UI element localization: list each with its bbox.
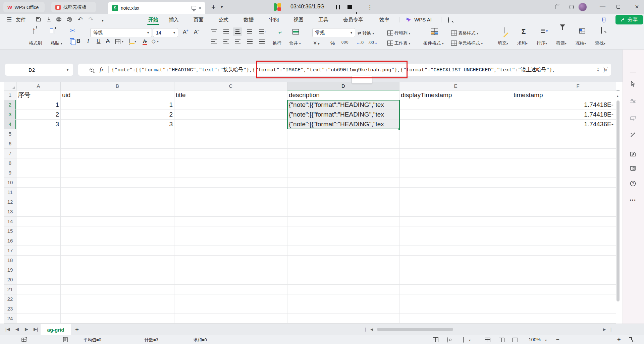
cell-D9[interactable] [287,168,399,178]
cell-A24[interactable] [16,314,61,324]
row-header-8[interactable]: 8 [4,158,16,168]
row-header-23[interactable]: 23 [4,304,16,314]
search-icon[interactable] [448,17,449,23]
cell-A21[interactable] [16,285,61,294]
cell-C8[interactable] [174,158,287,168]
cell-F13[interactable] [512,207,616,217]
menu-view[interactable]: 视图 [291,15,306,24]
distributed-icon[interactable] [259,40,265,44]
menu-home[interactable]: 开始 [145,15,162,24]
cell-A12[interactable] [16,197,61,207]
tab-docer-templates[interactable]: 找稻壳模板 [51,2,96,12]
cell-E3[interactable] [399,110,512,120]
row-header-2[interactable]: 2 [4,100,16,110]
cell-A4[interactable]: 3 [16,120,61,129]
row-header-5[interactable]: 5 [4,129,16,139]
cell-C4[interactable] [174,120,287,129]
cell-E20[interactable] [399,275,512,285]
cell-E2[interactable] [399,100,512,110]
cell-C7[interactable] [174,149,287,158]
cell-C21[interactable] [174,285,287,294]
cell-F3[interactable]: 1.74418E- [512,110,616,120]
table-tools-icon[interactable] [433,337,438,343]
cell-A13[interactable] [16,207,61,217]
borders-icon[interactable] [115,39,120,44]
cell-D22[interactable] [287,294,399,304]
cell-A6[interactable] [16,139,61,149]
help-icon[interactable]: ? [629,180,637,189]
cell-B1[interactable]: uid [61,90,174,100]
cell-E10[interactable] [399,178,512,188]
cell-F1[interactable]: timestamp [512,90,616,100]
cell-E17[interactable] [399,246,512,256]
menu-wps-ai[interactable]: WPS AI [413,15,433,24]
freeze-icon[interactable] [578,27,586,36]
redo-icon[interactable]: ↷ [88,16,94,23]
cell-E16[interactable] [399,236,512,246]
cell-A18[interactable] [16,256,61,265]
settings-sliders-icon[interactable] [629,98,637,107]
cell-E4[interactable] [399,120,512,129]
cell-A9[interactable] [16,168,61,178]
cell-E12[interactable] [399,197,512,207]
cell-E6[interactable] [399,139,512,149]
cell-F9[interactable] [512,168,616,178]
app-box-icon[interactable] [570,5,574,9]
next-sheet-icon[interactable]: ▶ [25,327,28,332]
zoom-in-button[interactable]: + [617,336,621,343]
cell-F5[interactable] [512,129,616,139]
copy-icon[interactable] [71,40,75,45]
align-center-icon[interactable] [223,40,229,44]
cell-E18[interactable] [399,256,512,265]
cell-E11[interactable] [399,188,512,197]
cell-C3[interactable] [174,110,287,120]
cell-C14[interactable] [174,217,287,226]
cell-C15[interactable] [174,226,287,236]
cell-B24[interactable] [61,314,174,324]
menu-data[interactable]: 数据 [241,15,256,24]
cell-E7[interactable] [399,149,512,158]
font-name-select[interactable]: 等线▾ [90,28,152,37]
cell-A2[interactable]: 1 [16,100,61,110]
expand-formula-bar-icon[interactable]: fx [603,67,608,73]
sum-label[interactable]: 求和▾ [517,40,528,46]
cell-F4[interactable]: 1.74436E- [512,120,616,129]
cell-D8[interactable] [287,158,399,168]
cell-F6[interactable] [512,139,616,149]
pause-recording-icon[interactable] [336,5,340,9]
paste-icon[interactable] [54,28,54,34]
print-icon[interactable] [55,16,62,23]
menu-file[interactable]: 文件 [14,15,28,24]
format-painter-label[interactable]: 格式刷 [29,40,42,46]
add-sheet-button[interactable]: + [75,326,79,333]
cell-A17[interactable] [16,246,61,256]
split-handle[interactable] [616,90,620,91]
strikethrough-button[interactable]: A [106,38,110,44]
row-header-6[interactable]: 6 [4,139,16,149]
row-header-24[interactable]: 24 [4,314,16,324]
cell-A10[interactable] [16,178,61,188]
cell-B22[interactable] [61,294,174,304]
row-header-1[interactable]: 1 [4,90,16,100]
conditional-format-label[interactable]: 条件格式 ▾ [423,40,444,46]
cell-A11[interactable] [16,188,61,197]
tab-note-xlsx[interactable]: S note.xlsx [108,2,205,14]
maximize-button[interactable] [616,5,620,9]
cell-D17[interactable] [287,246,399,256]
font-size-select[interactable]: 14▾ [153,28,178,37]
row-header-12[interactable]: 12 [4,197,16,207]
cell-C20[interactable] [174,275,287,285]
row-header-4[interactable]: 4 [4,120,16,129]
hamburger-menu-icon[interactable]: ☰ [7,16,12,23]
cut-icon[interactable]: ✂ [70,27,75,35]
cell-F2[interactable]: 1.74418E- [512,100,616,110]
cell-D6[interactable] [287,139,399,149]
cell-B7[interactable] [61,149,174,158]
cloud-upload-icon[interactable]: ↑ [602,17,605,22]
align-bottom-icon[interactable] [235,29,240,34]
cell-B23[interactable] [61,304,174,314]
col-header-E[interactable]: E [399,82,512,90]
cell-F19[interactable] [512,265,616,275]
cell-D11[interactable] [287,188,399,197]
clear-format-chevron-icon[interactable]: ▾ [157,40,159,43]
